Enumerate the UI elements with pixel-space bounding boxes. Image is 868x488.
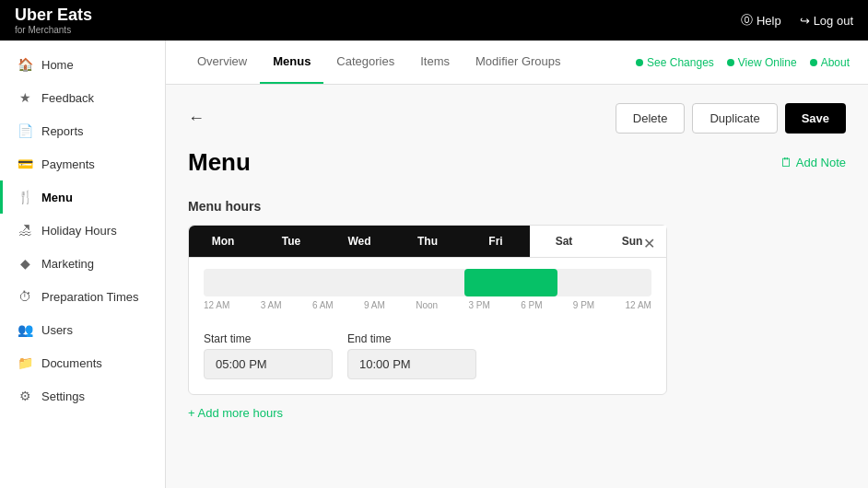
logo-title: Uber Eats	[15, 6, 92, 25]
subnav-tab-items[interactable]: Items	[407, 41, 463, 84]
add-note-icon: 🗒	[780, 156, 792, 169]
sidebar-item-reports[interactable]: 📄Reports	[0, 114, 165, 147]
timeline-label: 6 AM	[312, 300, 334, 310]
timeline-label: 12 AM	[626, 300, 651, 310]
sidebar-item-label: Feedback	[41, 91, 94, 105]
sidebar-item-label: Home	[41, 58, 74, 72]
see-changes-dot	[636, 59, 643, 66]
settings-icon: ⚙	[18, 389, 32, 403]
documents-icon: 📁	[18, 355, 32, 370]
sidebar-item-users[interactable]: 👥Users	[0, 313, 165, 346]
sidebar-item-settings[interactable]: ⚙Settings	[0, 379, 165, 412]
payments-icon: 💳	[18, 157, 32, 171]
sidebar-item-label: Menu	[41, 191, 73, 204]
end-time-value[interactable]: 10:00 PM	[347, 349, 476, 379]
subnav-tab-modifier-groups[interactable]: Modifier Groups	[463, 41, 573, 84]
users-icon: 👥	[18, 322, 32, 337]
view-online-button[interactable]: View Online	[727, 56, 797, 69]
logo: Uber Eats for Merchants	[15, 6, 92, 35]
day-tab-wed[interactable]: Wed	[325, 226, 393, 257]
timeline-label: 12 AM	[204, 300, 229, 310]
page-header: Menu 🗒 Add Note	[188, 148, 846, 180]
delete-button[interactable]: Delete	[616, 103, 686, 134]
start-time-value[interactable]: 05:00 PM	[204, 349, 333, 379]
logo-subtitle: for Merchants	[15, 25, 92, 35]
day-tabs: MonTueWedThuFriSatSun	[189, 226, 666, 258]
sidebar-item-menu[interactable]: 🍴Menu	[0, 180, 165, 214]
hours-card: ✕ MonTueWedThuFriSatSun 12 AM3 AM6 AM9 A…	[188, 225, 667, 395]
day-tab-tue[interactable]: Tue	[257, 226, 325, 257]
sidebar-item-label: Documents	[41, 356, 102, 370]
logout-link[interactable]: ↪ Log out	[800, 14, 853, 28]
timeline-label: 3 AM	[261, 300, 282, 310]
preparation-times-icon: ⏱	[18, 289, 32, 304]
day-tab-fri[interactable]: Fri	[462, 226, 530, 257]
card-close-button[interactable]: ✕	[643, 235, 655, 252]
help-icon: ⓪	[741, 12, 753, 29]
timeline-area: 12 AM3 AM6 AM9 AMNoon3 PM6 PM9 PM12 AM	[189, 258, 666, 325]
see-changes-button[interactable]: See Changes	[636, 56, 714, 69]
sidebar-item-payments[interactable]: 💳Payments	[0, 147, 165, 180]
timeline-bar	[204, 269, 651, 296]
add-note-button[interactable]: 🗒 Add Note	[780, 156, 846, 169]
day-tab-sat[interactable]: Sat	[530, 226, 598, 257]
sidebar-item-label: Preparation Times	[41, 290, 139, 304]
toolbar-right: Delete Duplicate Save	[616, 103, 846, 134]
time-inputs: Start time 05:00 PM End time 10:00 PM	[189, 325, 666, 394]
subnav-tabs: OverviewMenusCategoriesItemsModifier Gro…	[184, 41, 574, 84]
sidebar-item-label: Users	[41, 323, 73, 337]
sidebar-item-documents[interactable]: 📁Documents	[0, 346, 165, 379]
timeline-fill	[464, 269, 557, 296]
about-dot	[810, 59, 817, 66]
subnav-tab-overview[interactable]: Overview	[184, 41, 260, 84]
holiday-hours-icon: 🏖	[18, 223, 32, 238]
sidebar-item-label: Settings	[41, 389, 85, 403]
day-tab-mon[interactable]: Mon	[189, 226, 257, 257]
day-tab-sun[interactable]: Sun	[598, 226, 666, 257]
main-content: OverviewMenusCategoriesItemsModifier Gro…	[166, 41, 868, 488]
subnav-tab-categories[interactable]: Categories	[323, 41, 407, 84]
sidebar-item-holiday-hours[interactable]: 🏖Holiday Hours	[0, 214, 165, 247]
topnav: Uber Eats for Merchants ⓪ Help ↪ Log out	[0, 0, 868, 41]
home-icon: 🏠	[18, 57, 32, 72]
add-more-hours-button[interactable]: + Add more hours	[188, 406, 283, 420]
menu-icon: 🍴	[18, 190, 32, 204]
logout-icon: ↪	[800, 14, 810, 28]
end-time-group: End time 10:00 PM	[347, 332, 476, 379]
duplicate-button[interactable]: Duplicate	[692, 103, 777, 134]
sidebar: 🏠Home★Feedback📄Reports💳Payments🍴Menu🏖Hol…	[0, 41, 166, 488]
menu-hours-section: Menu hours ✕ MonTueWedThuFriSatSun 12 AM…	[188, 199, 846, 420]
content: ← Delete Duplicate Save Menu 🗒 Add Note …	[166, 85, 868, 438]
subnav-tab-menus[interactable]: Menus	[260, 41, 323, 84]
sidebar-item-label: Holiday Hours	[41, 224, 117, 238]
sidebar-item-feedback[interactable]: ★Feedback	[0, 81, 165, 114]
marketing-icon: ◆	[18, 256, 32, 271]
start-time-group: Start time 05:00 PM	[204, 332, 333, 379]
back-button[interactable]: ←	[188, 109, 205, 128]
sidebar-item-home[interactable]: 🏠Home	[0, 48, 165, 81]
end-time-label: End time	[347, 332, 476, 345]
subnav: OverviewMenusCategoriesItemsModifier Gro…	[166, 41, 868, 85]
topnav-actions: ⓪ Help ↪ Log out	[741, 12, 853, 29]
day-tab-thu[interactable]: Thu	[393, 226, 462, 257]
save-button[interactable]: Save	[785, 103, 846, 134]
about-button[interactable]: About	[810, 56, 850, 69]
sidebar-item-label: Marketing	[41, 257, 94, 271]
layout: 🏠Home★Feedback📄Reports💳Payments🍴Menu🏖Hol…	[0, 41, 868, 488]
toolbar-left: ←	[188, 109, 205, 128]
page-title: Menu	[188, 148, 251, 177]
timeline-label: 9 AM	[364, 300, 385, 310]
help-link[interactable]: ⓪ Help	[741, 12, 781, 29]
toolbar: ← Delete Duplicate Save	[188, 103, 846, 134]
sidebar-item-preparation-times[interactable]: ⏱Preparation Times	[0, 280, 165, 313]
sidebar-item-marketing[interactable]: ◆Marketing	[0, 247, 165, 280]
feedback-icon: ★	[18, 90, 32, 105]
timeline-labels: 12 AM3 AM6 AM9 AMNoon3 PM6 PM9 PM12 AM	[204, 300, 651, 310]
sidebar-item-label: Payments	[41, 157, 95, 171]
view-online-dot	[727, 59, 734, 66]
timeline-label: Noon	[416, 300, 438, 310]
sidebar-items: 🏠Home★Feedback📄Reports💳Payments🍴Menu🏖Hol…	[0, 48, 165, 412]
sidebar-item-label: Reports	[41, 124, 84, 138]
start-time-label: Start time	[204, 332, 333, 345]
timeline-label: 9 PM	[573, 300, 594, 310]
